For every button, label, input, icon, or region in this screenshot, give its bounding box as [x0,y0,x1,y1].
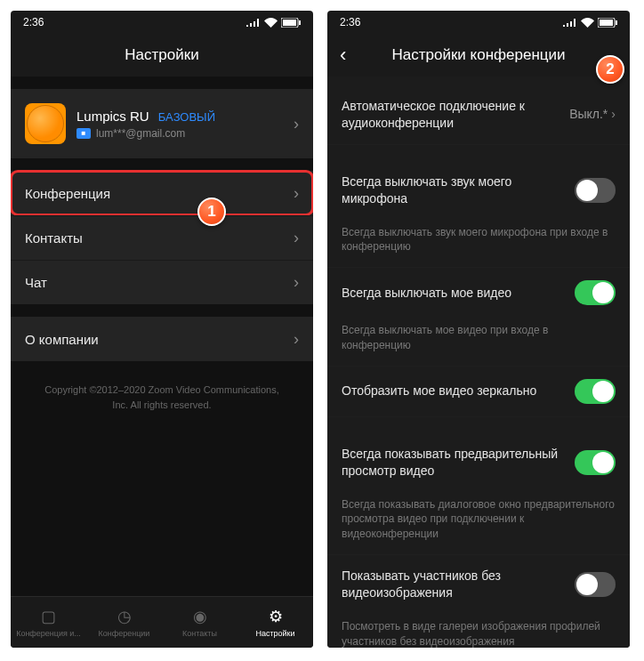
video-icon: ■ [76,128,91,139]
profile-info: Lumpics RU БАЗОВЫЙ ■ lum***@gmail.com [76,109,294,140]
setting-value: Выкл.* [569,106,608,123]
status-time: 2:36 [23,16,44,28]
tab-contacts[interactable]: ◉ Контакты [162,597,237,648]
tabbar: ▢ Конференция и... ◷ Конференции ◉ Конта… [11,596,313,648]
annotation-marker-1: 1 [197,197,226,226]
phone-left: 2:36 Настройки Lumpics RU БАЗОВЫЙ ■ lum*… [11,11,313,648]
setting-mirror-video: Отобразить мое видео зеркально [327,367,630,416]
profile-name: Lumpics RU [76,109,149,124]
tab-settings[interactable]: ⚙ Настройки [237,597,313,648]
status-bar: 2:36 [11,11,313,34]
wifi-icon [264,18,278,28]
annotation-marker-2: 2 [596,55,624,84]
settings-item-about[interactable]: О компании › [11,317,313,361]
tab-label: Конференции [99,629,150,638]
header-left: Настройки [11,34,313,77]
toggle-no-video-participants[interactable] [575,572,616,597]
chevron-right-icon: › [611,106,616,123]
setting-preview: Всегда показывать предварительный просмо… [327,433,630,492]
page-title: Настройки конференции [391,46,565,64]
setting-no-video-participants: Показывать участников без видеоизображен… [327,555,630,614]
settings-item-conference[interactable]: Конференция › [11,171,313,215]
avatar [25,103,66,144]
chevron-right-icon: › [294,184,299,203]
settings-item-contacts[interactable]: Контакты › [11,215,313,260]
setting-mute-mic: Всегда выключать звук моего микрофона [327,161,630,220]
video-icon: ▢ [41,607,56,626]
settings-item-chat[interactable]: Чат › [11,260,313,304]
toggle-mute-video[interactable] [575,280,616,305]
tab-meet[interactable]: ▢ Конференция и... [11,597,86,648]
setting-label: Всегда выключать мое видео [342,285,575,302]
setting-label: Всегда выключать звук моего микрофона [342,173,575,207]
gear-icon: ⚙ [269,607,283,626]
profile-email: lum***@gmail.com [96,127,185,140]
content-left[interactable]: Lumpics RU БАЗОВЫЙ ■ lum***@gmail.com › … [11,77,313,596]
setting-label: Отобразить мое видео зеркально [342,383,575,399]
chevron-right-icon: › [294,330,299,349]
chevron-right-icon: › [294,273,299,292]
tab-label: Конференция и... [16,629,81,638]
chevron-right-icon: › [294,115,299,133]
setting-desc: Всегда выключать мое видео при входе в к… [327,318,630,366]
contacts-icon: ◉ [193,607,207,626]
battery-icon [281,18,301,28]
header-right: ‹ Настройки конференции [327,34,630,77]
signal-icon [563,18,577,27]
profile-row[interactable]: Lumpics RU БАЗОВЫЙ ■ lum***@gmail.com › [11,89,313,158]
item-label: О компании [25,332,99,347]
setting-audio-connect[interactable]: Автоматическое подключение к аудиоконфер… [327,85,630,144]
wifi-icon [581,18,594,28]
item-label: Контакты [25,230,83,246]
status-time: 2:36 [340,16,360,28]
chevron-right-icon: › [294,229,299,247]
copyright: Copyright ©2012–2020 Zoom Video Communic… [11,361,313,433]
status-icons [246,18,301,28]
setting-mute-video: Всегда выключать мое видео [327,268,630,318]
back-button[interactable]: ‹ [340,44,346,67]
setting-desc: Посмотреть в виде галереи изображения пр… [327,614,630,648]
profile-badge: БАЗОВЫЙ [158,110,215,124]
item-label: Конференция [25,186,110,201]
setting-label: Всегда показывать предварительный просмо… [342,446,575,480]
status-icons [563,18,617,28]
page-title: Настройки [125,46,198,64]
svg-rect-2 [299,20,301,25]
svg-rect-4 [600,20,613,26]
content-right[interactable]: Автоматическое подключение к аудиоконфер… [327,77,630,648]
battery-icon [598,18,617,28]
status-bar: 2:36 [327,11,630,34]
item-label: Чат [25,275,47,290]
setting-desc: Всегда показывать диалоговое окно предва… [327,492,630,554]
tab-label: Контакты [182,629,217,638]
tab-label: Настройки [255,629,294,638]
setting-label: Автоматическое подключение к аудиоконфер… [342,98,569,132]
setting-label: Показывать участников без видеоизображен… [342,568,575,601]
toggle-mute-mic[interactable] [575,178,616,203]
svg-rect-1 [283,20,296,26]
phone-right: 2:36 ‹ Настройки конференции Автоматичес… [327,11,630,648]
tab-meetings[interactable]: ◷ Конференции [86,597,162,648]
toggle-preview[interactable] [575,450,616,475]
toggle-mirror-video[interactable] [575,379,616,404]
svg-rect-5 [616,20,617,25]
setting-desc: Всегда выключать звук моего микрофона пр… [327,220,630,268]
clock-icon: ◷ [117,607,132,626]
signal-icon [246,18,261,27]
